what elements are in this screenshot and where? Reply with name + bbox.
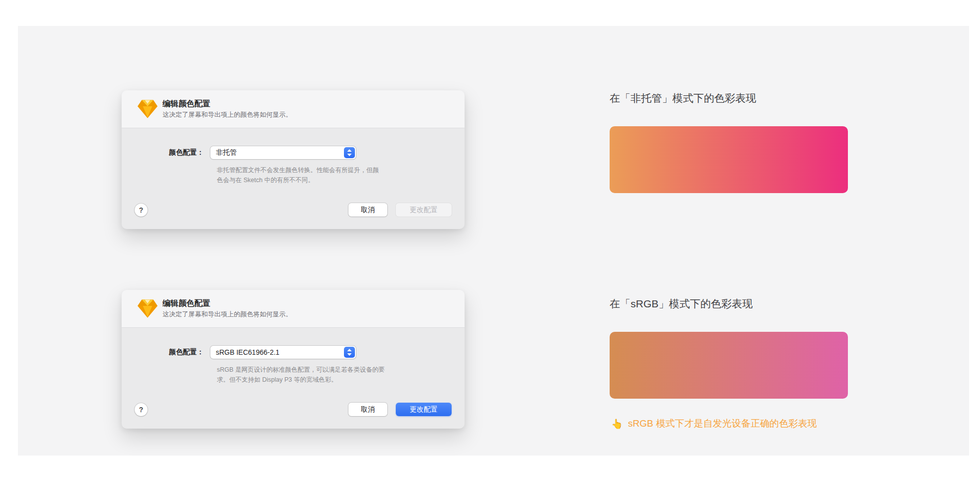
color-profile-select-value: sRGB IEC61966-2.1 xyxy=(210,348,280,356)
profile-description-line1: sRGB 是网页设计的标准颜色配置，可以满足若各类设备的要 xyxy=(217,366,385,373)
preview-title-srgb: 在「sRGB」模式下的色彩表现 xyxy=(610,297,753,311)
color-profile-select[interactable]: sRGB IEC61966-2.1 xyxy=(210,346,356,359)
dialog-title: 编辑颜色配置 xyxy=(163,99,292,109)
color-profile-label: 颜色配置： xyxy=(122,148,210,157)
change-profile-button-disabled: 更改配置 xyxy=(396,203,452,217)
gradient-swatch-unmanaged xyxy=(610,126,848,193)
profile-description-line1: 非托管配置文件不会发生颜色转换。性能会有所提升，但颜 xyxy=(217,167,379,174)
dialog-header-text: 编辑颜色配置 这决定了屏幕和导出项上的颜色将如何显示。 xyxy=(163,298,292,319)
content-panel: 编辑颜色配置 这决定了屏幕和导出项上的颜色将如何显示。 颜色配置： 非托管 非托… xyxy=(18,26,969,456)
srgb-note: 👆 sRGB 模式下才是自发光设备正确的色彩表现 xyxy=(611,417,817,430)
profile-description-line2: 色会与在 Sketch 中的有所不不同。 xyxy=(217,177,314,184)
sketch-diamond-icon xyxy=(138,299,158,318)
preview-title-unmanaged: 在「非托管」模式下的色彩表现 xyxy=(610,91,756,105)
color-profile-label: 颜色配置： xyxy=(122,348,210,357)
pointing-up-finger-icon: 👆 xyxy=(611,418,623,430)
color-profile-select-value: 非托管 xyxy=(210,148,237,157)
profile-description: 非托管配置文件不会发生颜色转换。性能会有所提升，但颜 色会与在 Sketch 中… xyxy=(217,166,453,186)
dialog-title: 编辑颜色配置 xyxy=(163,298,292,308)
color-profile-field-row: 颜色配置： 非托管 xyxy=(122,146,465,159)
dialog-subtitle: 这决定了屏幕和导出项上的颜色将如何显示。 xyxy=(163,310,292,319)
stepper-chevrons-icon[interactable] xyxy=(344,347,355,358)
change-profile-button[interactable]: 更改配置 xyxy=(396,403,452,416)
profile-description: sRGB 是网页设计的标准颜色配置，可以满足若各类设备的要 求。但不支持如 Di… xyxy=(217,365,453,385)
stepper-chevrons-icon[interactable] xyxy=(344,147,355,158)
dialog-header-text: 编辑颜色配置 这决定了屏幕和导出项上的颜色将如何显示。 xyxy=(163,99,292,119)
dialog-header: 编辑颜色配置 这决定了屏幕和导出项上的颜色将如何显示。 xyxy=(122,90,465,128)
dialog-footer: ? 取消 更改配置 xyxy=(122,403,465,416)
sketch-diamond-icon xyxy=(138,100,158,118)
color-profile-field-row: 颜色配置： sRGB IEC61966-2.1 xyxy=(122,346,465,359)
dialog-subtitle: 这决定了屏幕和导出项上的颜色将如何显示。 xyxy=(163,110,292,119)
srgb-note-text: sRGB 模式下才是自发光设备正确的色彩表现 xyxy=(628,417,817,430)
dialog-footer: ? 取消 更改配置 xyxy=(122,203,465,217)
help-button[interactable]: ? xyxy=(135,204,148,217)
cancel-button[interactable]: 取消 xyxy=(348,203,387,217)
dialog-header: 编辑颜色配置 这决定了屏幕和导出项上的颜色将如何显示。 xyxy=(122,290,465,328)
gradient-swatch-srgb xyxy=(610,332,848,399)
cancel-button[interactable]: 取消 xyxy=(348,403,387,416)
color-profile-select[interactable]: 非托管 xyxy=(210,146,356,159)
profile-description-line2: 求。但不支持如 Display P3 等的宽域色彩。 xyxy=(217,376,337,383)
help-button[interactable]: ? xyxy=(135,403,148,416)
edit-color-profile-dialog-srgb: 编辑颜色配置 这决定了屏幕和导出项上的颜色将如何显示。 颜色配置： sRGB I… xyxy=(122,290,465,429)
edit-color-profile-dialog-unmanaged: 编辑颜色配置 这决定了屏幕和导出项上的颜色将如何显示。 颜色配置： 非托管 非托… xyxy=(122,90,465,229)
